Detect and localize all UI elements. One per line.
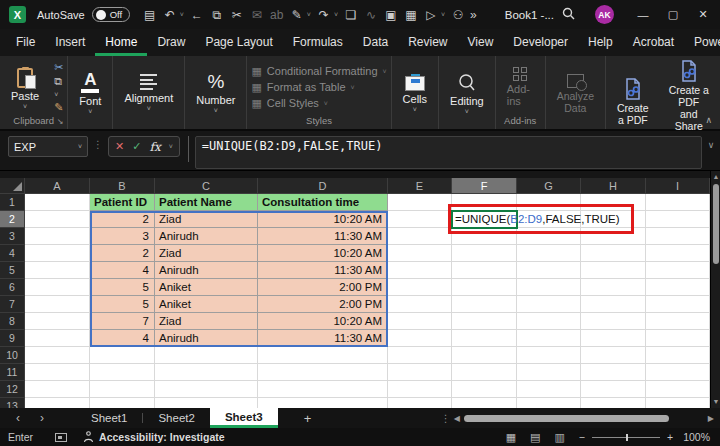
table-header-cell[interactable]: Patient Name [155,194,258,211]
table-cell[interactable]: 10:20 AM [258,245,388,262]
tab-help[interactable]: Help [578,29,623,56]
row-header-13[interactable]: 13 [0,398,25,408]
format-painter-icon[interactable]: ✎ [54,101,63,113]
translate-icon[interactable]: ab [269,8,285,22]
column-header-C[interactable]: C [155,178,258,194]
analyze-data-button[interactable]: AnalyzeData [550,71,601,114]
column-header-F[interactable]: F [452,178,517,194]
accessibility-status[interactable]: Accessibility: Investigate [83,431,224,443]
autosave-toggle[interactable]: Off [92,7,130,22]
sheet-tab-sheet1[interactable]: Sheet1 [76,408,142,428]
table-cell[interactable]: Aniket [155,296,258,313]
search-icon[interactable] [555,7,581,22]
scroll-up-icon[interactable]: ▲ [711,173,720,180]
chevron-down-icon[interactable]: ˅ [307,11,311,18]
cell-styles-button[interactable]: ▦Cell Styles˅ [251,97,386,110]
sheet-tab-sheet3[interactable]: Sheet3 [210,408,278,428]
tab-home[interactable]: Home [95,29,147,56]
zoom-slider-thumb[interactable] [626,434,628,441]
tab-draw[interactable]: Draw [147,29,195,56]
tab-view[interactable]: View [458,29,504,56]
flag-icon[interactable]: ▷ [423,8,439,22]
table-cell[interactable]: 2 [90,245,155,262]
format-painter-icon[interactable]: ✎ [289,8,305,22]
chevron-down-icon[interactable]: ˅ [180,11,184,18]
cut-icon[interactable]: ✂ [229,8,245,22]
zoom-out-icon[interactable]: − [579,431,585,443]
paste-button[interactable]: Paste ˅ [4,66,46,109]
scroll-down-icon[interactable]: ▼ [711,398,720,405]
table-cell[interactable]: 10:20 AM [258,211,388,228]
close-button[interactable]: ✕ [688,0,718,29]
table-cell[interactable]: 5 [90,296,155,313]
back-arrow-icon[interactable]: ← [189,8,205,22]
column-header-A[interactable]: A [25,178,90,194]
table-cell[interactable]: 2 [90,211,155,228]
table-cell[interactable]: Anirudh [155,262,258,279]
table-cell[interactable]: 2:00 PM [258,296,388,313]
row-header-8[interactable]: 8 [0,313,25,330]
cancel-icon[interactable]: ✕ [115,140,124,153]
vscroll-thumb[interactable] [713,184,719,264]
splitter-dots-icon[interactable]: ⋮ [441,413,450,424]
row-header-1[interactable]: 1 [0,194,25,211]
sheet-nav-left-icon[interactable]: ‹ [6,408,30,428]
table-cell[interactable]: 4 [90,330,155,347]
minimize-button[interactable]: — [628,0,658,29]
sheet-tab-sheet2[interactable]: Sheet2 [143,408,209,428]
table-cell[interactable]: Ziad [155,245,258,262]
zoom-slider[interactable]: − + [579,431,673,443]
zoom-in-icon[interactable]: + [667,431,673,443]
row-header-4[interactable]: 4 [0,245,25,262]
column-header-H[interactable]: H [581,178,646,194]
table-cell[interactable]: 3 [90,228,155,245]
new-file-icon[interactable]: ❏ [343,8,359,22]
undo-icon[interactable]: ↶ [162,8,178,22]
chevron-down-icon[interactable]: ˅ [334,11,338,18]
column-header-D[interactable]: D [258,178,388,194]
tab-page-layout[interactable]: Page Layout [195,29,282,56]
expand-formula-bar-icon[interactable]: ∨ [702,140,720,150]
tab-developer[interactable]: Developer [503,29,578,56]
row-header-11[interactable]: 11 [0,364,25,381]
sheet-nav-right-icon[interactable]: › [30,408,54,428]
scroll-right-icon[interactable]: ▶ [708,414,714,423]
row-header-10[interactable]: 10 [0,347,25,364]
table-cell[interactable]: Anirudh [155,330,258,347]
tab-acrobat[interactable]: Acrobat [623,29,684,56]
hscroll-thumb[interactable] [464,415,669,422]
qat-overflow-icon[interactable]: » [470,8,477,22]
tab-file[interactable]: File [6,29,45,56]
format-as-table-button[interactable]: ▦Format as Table˅ [251,81,386,94]
table-cell[interactable]: 4 [90,262,155,279]
people-icon[interactable]: ⚇ [450,8,466,22]
column-header-B[interactable]: B [90,178,155,194]
zoom-level[interactable]: 100% [683,431,710,443]
scroll-left-icon[interactable]: ◀ [454,414,460,423]
table-cell[interactable]: 11:30 AM [258,228,388,245]
row-header-9[interactable]: 9 [0,330,25,347]
row-header-5[interactable]: 5 [0,262,25,279]
table-cell[interactable]: 11:30 AM [258,330,388,347]
add-sheet-button[interactable]: + [304,408,312,428]
redo-icon[interactable]: ↷ [316,8,332,22]
mail-icon[interactable]: ✉ [249,8,265,22]
column-header-I[interactable]: I [646,178,710,194]
number-button[interactable]: % Number ˅ [189,72,242,113]
collapse-ribbon-icon[interactable]: ∧ [705,115,712,125]
chevron-down-icon[interactable]: ˅ [441,11,445,18]
select-all-corner[interactable] [0,178,25,194]
maximize-button[interactable]: ▢ [658,0,688,29]
create-pdf-button[interactable]: Createa PDF [610,78,656,126]
normal-view-icon[interactable]: ▦ [506,431,516,444]
editing-button[interactable]: Editing ˅ [443,71,491,114]
table-header-cell[interactable]: Consultation time [258,194,388,211]
avatar[interactable]: AK [595,5,614,24]
column-header-G[interactable]: G [517,178,581,194]
alignment-button[interactable]: Alignment ˅ [117,74,180,111]
copy-icon[interactable]: ⧉ [209,8,225,22]
table-cell[interactable]: 7 [90,313,155,330]
table-cell[interactable]: Anirudh [155,228,258,245]
row-header-2[interactable]: 2 [0,211,25,228]
row-header-6[interactable]: 6 [0,279,25,296]
